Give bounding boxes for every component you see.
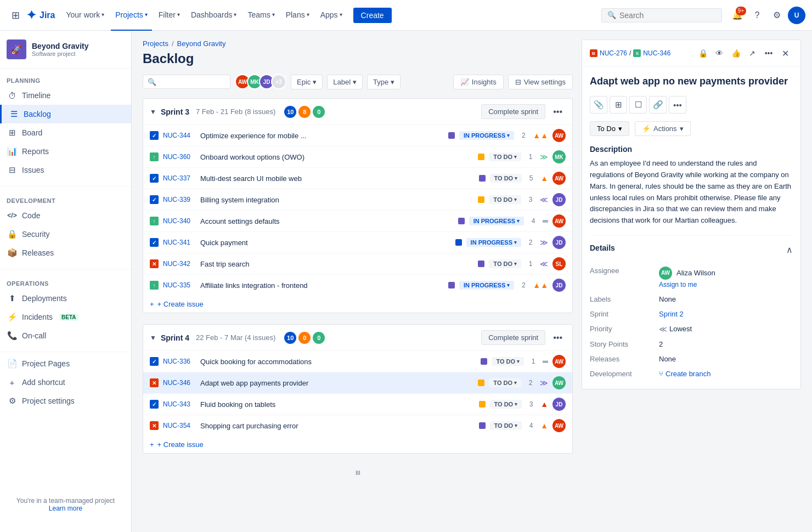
settings-button[interactable]: ⚙ <box>768 7 786 24</box>
sidebar-item-security[interactable]: 🔒 Security <box>0 225 131 244</box>
details-header[interactable]: Details ∧ <box>590 244 793 257</box>
sprint-3-complete-button[interactable]: Complete sprint <box>481 104 545 119</box>
help-button[interactable]: ? <box>748 7 766 24</box>
like-button[interactable]: 👍 <box>728 46 743 61</box>
child-issues-button[interactable]: ⊞ <box>610 96 627 114</box>
issue-row-nuc-336[interactable]: ✓ NUC-336 Quick booking for accommodatio… <box>143 351 572 372</box>
issue-avatar: AW <box>552 355 566 368</box>
sidebar-footer-link[interactable]: Learn more <box>49 505 82 512</box>
sidebar-item-project-settings[interactable]: ⚙ Project settings <box>0 392 131 410</box>
assign-me-link[interactable]: Assign to me <box>659 281 715 288</box>
sidebar-item-board[interactable]: ⊞ Board <box>0 123 131 142</box>
issue-row-nuc-346[interactable]: ✕ NUC-346 Adapt web app payments provide… <box>143 372 572 394</box>
issue-avatar: AW <box>552 376 566 389</box>
issue-status[interactable]: TO DO ▾ <box>489 195 521 204</box>
avatar-extra[interactable]: +3 <box>271 74 286 89</box>
issue-row-nuc-337[interactable]: ✓ NUC-337 Multi-dest search UI mobile we… <box>143 168 572 189</box>
grid-menu-icon[interactable]: ⊞ <box>7 7 24 24</box>
sprint-4-toggle[interactable]: ▼ <box>150 334 156 342</box>
issue-status[interactable]: IN PROGRESS ▾ <box>459 281 514 290</box>
share-button[interactable]: ↗ <box>745 46 760 61</box>
sidebar-item-backlog[interactable]: ☰ Backlog <box>0 105 131 123</box>
status-dropdown[interactable]: To Do ▾ <box>590 121 629 136</box>
view-settings-button[interactable]: ⊟ View settings <box>508 75 573 89</box>
backlog-search-box[interactable]: 🔍 <box>143 75 230 89</box>
issue-row-nuc-342[interactable]: ✕ NUC-342 Fast trip search TO DO ▾ 1 ≪ S… <box>143 253 572 275</box>
notification-badge: 9+ <box>736 7 746 15</box>
sprint-4-complete-button[interactable]: Complete sprint <box>481 330 545 345</box>
issue-row-nuc-340[interactable]: ↑ NUC-340 Account settings defaults IN P… <box>143 211 572 232</box>
nav-dashboards[interactable]: Dashboards ▾ <box>187 0 241 31</box>
issue-row-nuc-344[interactable]: ✓ NUC-344 Optimize experience for mobile… <box>143 125 572 146</box>
issue-row-nuc-360[interactable]: ↑ NUC-360 Onboard workout options (OWO) … <box>143 146 572 168</box>
issue-status[interactable]: IN PROGRESS ▾ <box>459 131 514 140</box>
epic-filter-button[interactable]: Epic ▾ <box>291 75 323 89</box>
nav-teams[interactable]: Teams ▾ <box>243 0 279 31</box>
sidebar-item-issues[interactable]: ⊟ Issues <box>0 161 131 179</box>
issue-status[interactable]: TO DO ▾ <box>490 174 522 183</box>
sidebar-item-incidents[interactable]: ⚡ Incidents BETA <box>0 308 131 326</box>
field-releases: Releases None <box>590 352 793 366</box>
issue-status[interactable]: IN PROGRESS ▾ <box>466 238 521 247</box>
sprint-4-menu-button[interactable]: ••• <box>550 332 566 344</box>
issue-status[interactable]: TO DO ▾ <box>489 378 521 387</box>
issue-row-nuc-343[interactable]: ✓ NUC-343 Fluid booking on tablets TO DO… <box>143 394 572 415</box>
breadcrumb-projects[interactable]: Projects <box>143 39 168 48</box>
more-actions-button[interactable]: ••• <box>761 46 776 61</box>
issue-status[interactable]: TO DO ▾ <box>490 400 522 409</box>
issue-row-nuc-341[interactable]: ✓ NUC-341 Quick payment IN PROGRESS ▾ 2 … <box>143 232 572 253</box>
insights-button[interactable]: 📈 Insights <box>453 75 504 89</box>
issue-avatar: JD <box>552 236 566 249</box>
search-input[interactable] <box>619 11 702 20</box>
issue-row-nuc-335[interactable]: ↑ NUC-335 Affiliate links integration - … <box>143 275 572 296</box>
sprint-4-create-issue[interactable]: + + Create issue <box>143 436 572 453</box>
attach-button[interactable]: 📎 <box>590 96 607 114</box>
issue-row-nuc-339[interactable]: ✓ NUC-339 Billing system integration TO … <box>143 189 572 211</box>
sidebar-item-reports[interactable]: 📊 Reports <box>0 142 131 161</box>
issue-status[interactable]: TO DO ▾ <box>489 259 521 268</box>
search-box[interactable]: 🔍 <box>601 8 722 22</box>
detail-description: As an employee I'd need to understand th… <box>590 158 793 227</box>
sidebar-item-deployments[interactable]: ⬆ Deployments <box>0 289 131 308</box>
breadcrumb-project[interactable]: Beyond Gravity <box>177 39 226 48</box>
sprint-value[interactable]: Sprint 2 <box>659 310 793 318</box>
nav-apps[interactable]: Apps ▾ <box>316 0 347 31</box>
issue-status[interactable]: TO DO ▾ <box>492 357 524 366</box>
issue-status[interactable]: IN PROGRESS ▾ <box>469 217 524 225</box>
sprint-3-toggle[interactable]: ▼ <box>150 108 156 116</box>
app-logo[interactable]: ✦ Jira <box>26 8 55 22</box>
issue-status[interactable]: TO DO ▾ <box>490 421 522 430</box>
sprint-3-menu-button[interactable]: ••• <box>550 106 566 118</box>
create-branch-link[interactable]: Create branch <box>666 370 710 378</box>
close-detail-button[interactable]: ✕ <box>777 46 793 61</box>
actions-dropdown[interactable]: ⚡ Actions ▾ <box>635 121 691 136</box>
create-button[interactable]: Create <box>353 8 392 23</box>
issue-status[interactable]: TO DO ▾ <box>489 152 521 161</box>
user-avatar[interactable]: U <box>788 7 805 24</box>
sidebar-item-code[interactable]: </> Code <box>0 206 131 225</box>
nav-plans[interactable]: Plans ▾ <box>281 0 314 31</box>
sidebar-item-timeline[interactable]: ⏱ Timeline <box>0 86 131 105</box>
link-issue-button[interactable]: ☐ <box>629 96 647 114</box>
detail-child-link[interactable]: S NUC-346 <box>633 49 670 57</box>
type-filter-button[interactable]: Type ▾ <box>367 75 401 89</box>
sidebar-item-releases[interactable]: 📦 Releases <box>0 244 131 262</box>
detail-parent-link[interactable]: B NUC-276 <box>590 49 627 57</box>
issue-points: 1 <box>526 260 535 268</box>
notifications-button[interactable]: 🔔 9+ <box>729 7 746 24</box>
watch-button[interactable]: 👁 <box>712 46 727 61</box>
sidebar-item-add-shortcut[interactable]: + Add shortcut <box>0 373 131 392</box>
resize-handle[interactable]: ≡ <box>143 465 573 481</box>
nav-projects[interactable]: Projects ▾ <box>111 0 152 31</box>
sprint-3-create-issue[interactable]: + + Create issue <box>143 296 572 313</box>
more-detail-actions-button[interactable]: ••• <box>669 96 686 114</box>
copy-link-button[interactable]: 🔗 <box>649 96 667 114</box>
issue-row-nuc-354[interactable]: ✕ NUC-354 Shopping cart purchasing error… <box>143 415 572 436</box>
sidebar-item-oncall[interactable]: 📞 On-call <box>0 326 131 345</box>
nav-filter[interactable]: Filter ▾ <box>154 0 184 31</box>
label-filter-button[interactable]: Label ▾ <box>327 75 363 89</box>
sidebar-item-project-pages[interactable]: 📄 Project Pages <box>0 354 131 373</box>
lock-button[interactable]: 🔒 <box>695 46 710 61</box>
nav-your-work[interactable]: Your work ▾ <box>61 0 109 31</box>
backlog-search-input[interactable] <box>160 77 225 86</box>
